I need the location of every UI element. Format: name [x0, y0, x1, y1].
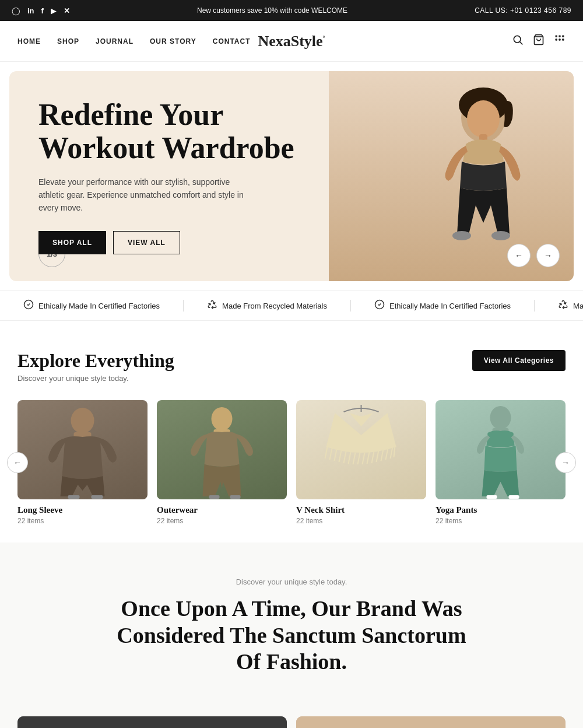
hero-nav-arrows[interactable]: ← → — [507, 244, 560, 267]
facebook-icon[interactable]: f — [41, 6, 44, 15]
category-card-outerwear[interactable]: Outerwear 22 items — [157, 400, 287, 525]
brand-story-section: Discover your unique style today. Once U… — [0, 542, 583, 699]
trust-item-3: Ethically Made In Certified Factories — [351, 299, 534, 312]
svg-rect-45 — [509, 495, 519, 499]
category-name-vneck: V Neck Shirt — [296, 505, 426, 515]
nav-journal[interactable]: JOURNAL — [96, 37, 134, 46]
hero-title: Redefine Your Workout Wardrobe — [38, 98, 295, 164]
category-name-long-sleeve: Long Sleeve — [17, 505, 147, 515]
svg-rect-3 — [556, 36, 557, 37]
svg-line-1 — [520, 42, 523, 45]
linkedin-icon[interactable]: in — [27, 6, 34, 15]
explore-title: Explore Everything — [17, 350, 174, 372]
category-card-yoga[interactable]: Yoga Pants 22 items — [436, 400, 566, 525]
svg-point-21 — [212, 407, 233, 430]
svg-rect-23 — [209, 495, 220, 499]
trust-label-4: Made From Recycled Materials — [573, 302, 583, 310]
svg-line-37 — [377, 450, 379, 462]
certified-icon-2 — [374, 299, 385, 312]
svg-line-33 — [358, 453, 360, 464]
trust-item-2: Made From Recycled Materials — [184, 299, 350, 312]
promo-text: New customers save 10% with code WELCOME — [70, 6, 475, 15]
recycled-icon-1 — [207, 299, 217, 312]
trust-item-4: Made From Recycled Materials — [535, 299, 583, 312]
category-name-yoga: Yoga Pants — [436, 505, 566, 515]
svg-line-28 — [335, 449, 337, 461]
category-name-outerwear: Outerwear — [157, 505, 287, 515]
category-image-yoga — [436, 400, 566, 499]
hero-section: Redefine Your Workout Wardrobe Elevate y… — [9, 71, 574, 281]
svg-point-14 — [491, 231, 510, 240]
svg-rect-4 — [559, 36, 560, 37]
hero-next-button[interactable]: → — [536, 244, 560, 267]
nav-home[interactable]: HOME — [17, 37, 41, 46]
nav-actions[interactable] — [512, 34, 566, 48]
svg-rect-44 — [487, 495, 497, 499]
svg-rect-20 — [92, 495, 103, 499]
search-icon[interactable] — [512, 34, 524, 48]
nav-links[interactable]: HOME SHOP JOURNAL OUR STORY CONTACT — [17, 37, 251, 46]
svg-point-11 — [467, 100, 500, 138]
explore-subtitle: Discover your unique style today. — [17, 374, 174, 383]
collection-item-denim[interactable]: DENIM COLLECTION — [296, 716, 566, 728]
collection-item-street[interactable]: STREET FASHION STYLE — [17, 716, 287, 728]
category-card-long-sleeve[interactable]: Long Sleeve 22 items — [17, 400, 147, 525]
category-count-outerwear: 22 items — [157, 517, 287, 525]
svg-point-13 — [452, 231, 471, 240]
category-image-long-sleeve — [17, 400, 147, 499]
svg-rect-6 — [556, 38, 557, 40]
svg-line-27 — [330, 448, 332, 460]
youtube-icon[interactable]: ▶ — [51, 6, 57, 15]
svg-line-35 — [367, 452, 370, 464]
hero-content: Redefine Your Workout Wardrobe Elevate y… — [9, 71, 324, 281]
nav-shop[interactable]: SHOP — [57, 37, 79, 46]
svg-rect-48 — [17, 716, 287, 728]
twitter-x-icon[interactable]: ✕ — [64, 6, 70, 15]
trust-item-1: Ethically Made In Certified Factories — [0, 299, 183, 312]
hero-subtitle: Elevate your performance with our stylis… — [38, 176, 254, 215]
brand-story-title: Once Upon A Time, Our Brand Was Consider… — [117, 596, 466, 676]
svg-point-0 — [514, 36, 521, 43]
shop-all-button[interactable]: SHOP ALL — [38, 231, 106, 254]
view-all-button[interactable]: VIEW ALL — [113, 231, 180, 254]
explore-section: Explore Everything Discover your unique … — [0, 321, 583, 542]
svg-point-42 — [490, 406, 511, 429]
call-us: CALL US: +01 0123 456 789 — [475, 6, 571, 15]
svg-line-32 — [353, 453, 356, 464]
brand-logo[interactable]: NexaStyle° — [258, 33, 325, 50]
svg-line-26 — [325, 447, 328, 459]
category-grid: Long Sleeve 22 items — [17, 400, 566, 525]
svg-rect-7 — [559, 38, 560, 40]
svg-line-36 — [372, 452, 374, 463]
svg-rect-57 — [296, 716, 566, 728]
svg-line-40 — [391, 447, 393, 459]
svg-rect-5 — [562, 36, 564, 37]
svg-line-38 — [381, 449, 384, 461]
cart-icon[interactable] — [533, 34, 545, 48]
svg-rect-8 — [562, 38, 564, 40]
svg-line-34 — [363, 453, 365, 464]
svg-point-17 — [71, 408, 94, 433]
svg-line-30 — [344, 452, 346, 463]
nav-our-story[interactable]: OUR STORY — [150, 37, 196, 46]
category-image-vneck — [296, 400, 426, 499]
category-count-yoga: 22 items — [436, 517, 566, 525]
certified-icon-1 — [23, 299, 34, 312]
apps-icon[interactable] — [554, 34, 566, 48]
category-card-vneck[interactable]: V Neck Shirt 22 items — [296, 400, 426, 525]
hero-buttons[interactable]: SHOP ALL VIEW ALL — [38, 231, 295, 254]
view-all-categories-button[interactable]: View All Categories — [472, 350, 566, 371]
nav-contact[interactable]: CONTACT — [213, 37, 251, 46]
instagram-icon[interactable]: ◯ — [12, 6, 20, 15]
hero-prev-button[interactable]: ← — [507, 244, 531, 267]
svg-line-29 — [339, 450, 342, 462]
carousel-prev-button[interactable]: ← — [7, 452, 28, 473]
carousel-next-button[interactable]: → — [555, 452, 576, 473]
social-icons[interactable]: ◯ in f ▶ ✕ — [12, 6, 70, 15]
trust-label-1: Ethically Made In Certified Factories — [38, 302, 160, 310]
top-bar: ◯ in f ▶ ✕ New customers save 10% with c… — [0, 0, 583, 21]
explore-header: Explore Everything Discover your unique … — [17, 350, 566, 397]
main-nav: HOME SHOP JOURNAL OUR STORY CONTACT Nexa… — [0, 21, 583, 62]
category-carousel: ← Long Sleeve 22 ite — [17, 400, 566, 525]
brand-story-subtitle: Discover your unique style today. — [17, 578, 566, 586]
